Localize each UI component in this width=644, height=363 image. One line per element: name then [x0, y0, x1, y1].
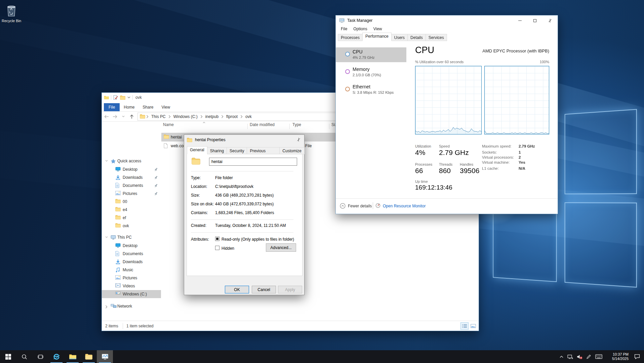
sidebar-item-ovk[interactable]: ovk [102, 222, 161, 230]
sidebar-item-desktop[interactable]: Desktop [102, 165, 161, 173]
videos-icon [115, 283, 121, 287]
tab-file[interactable]: File [104, 103, 120, 111]
tab-details[interactable]: Details [407, 34, 426, 41]
advanced-button[interactable]: Advanced... [266, 243, 296, 252]
sidebar-item-pc-documents[interactable]: Documents [102, 250, 161, 258]
column-header-name[interactable]: Name [163, 122, 174, 127]
drive-icon [115, 291, 121, 295]
task-manager-app-icon [339, 18, 345, 23]
tab-performance[interactable]: Performance [362, 33, 392, 41]
properties-qat-icon[interactable] [113, 95, 118, 100]
column-header-date-modified[interactable]: Date modified [250, 122, 275, 127]
expand-chevron-icon[interactable] [105, 160, 108, 162]
menu-options[interactable]: Options [350, 26, 370, 33]
details-view-button[interactable] [460, 322, 469, 330]
start-button[interactable] [0, 350, 16, 363]
task-view-icon [37, 354, 44, 359]
cpu-graph-core0[interactable] [415, 66, 482, 134]
minimize-button[interactable] [512, 15, 527, 26]
show-hidden-icons-button[interactable] [557, 350, 565, 363]
cancel-button[interactable]: Cancel [252, 286, 276, 293]
pen-tray-button[interactable] [584, 350, 593, 363]
tab-view[interactable]: View [157, 103, 174, 111]
ok-button[interactable]: OK [225, 286, 249, 293]
properties-dialog: hentai Properties General Sharing Securi… [184, 134, 305, 295]
search-button[interactable] [16, 350, 32, 363]
tab-general[interactable]: General [187, 146, 207, 154]
readonly-checkbox[interactable] [215, 237, 219, 241]
breadcrumb-item-ovk[interactable]: ovk [244, 113, 253, 120]
tab-share[interactable]: Share [138, 103, 157, 111]
close-button[interactable] [542, 15, 558, 26]
breadcrumb-item-inetpub[interactable]: inetpub [204, 113, 220, 120]
sidebar-item-memory[interactable]: Memory 2.1/3.0 GB (70%) [336, 65, 406, 80]
windows-logo-icon [5, 354, 11, 360]
maximize-button[interactable] [527, 15, 542, 26]
menu-view[interactable]: View [370, 26, 385, 33]
sidebar-item-e4[interactable]: e4 [102, 206, 161, 214]
folder-name-input[interactable] [209, 158, 297, 166]
open-resource-monitor-link[interactable]: Open Resource Monitor [383, 204, 426, 208]
up-button[interactable] [128, 113, 135, 120]
sidebar-item-pc-music[interactable]: Music [102, 266, 161, 274]
sidebar-item-pc-downloads[interactable]: Downloads [102, 258, 161, 266]
new-folder-qat-icon[interactable] [120, 95, 125, 100]
fewer-details-button[interactable]: Fewer details [348, 204, 372, 208]
expand-chevron-icon[interactable] [105, 236, 108, 238]
sidebar-item-cpu[interactable]: CPU 4% 2.79 GHz [336, 47, 406, 62]
tab-home[interactable]: Home [120, 103, 138, 111]
breadcrumb-item-windows-c[interactable]: Windows (C:) [172, 113, 199, 120]
sidebar-item-downloads[interactable]: Downloads [102, 173, 161, 182]
tab-customize[interactable]: Customize [279, 147, 305, 154]
sidebar-item-ef[interactable]: ef [102, 214, 161, 222]
recycle-bin-desktop-icon[interactable]: Recycle Bin [1, 3, 22, 23]
task-manager-footer: Fewer details Open Resource Monitor [336, 199, 558, 214]
sidebar-item-documents[interactable]: Documents [102, 182, 161, 190]
touch-keyboard-button[interactable] [593, 350, 604, 363]
clock-date: 5/14/2025 [612, 357, 629, 361]
apply-button[interactable]: Apply [278, 286, 302, 293]
recent-locations-button[interactable] [120, 113, 127, 120]
sidebar-group-quick-access[interactable]: Quick access [102, 157, 161, 165]
sidebar-item-pc-pictures[interactable]: Pictures [102, 274, 161, 282]
file-explorer-button[interactable] [65, 350, 81, 363]
internet-explorer-button[interactable] [48, 350, 65, 363]
menu-file[interactable]: File [338, 26, 350, 33]
tab-users[interactable]: Users [391, 34, 408, 41]
task-manager-button[interactable] [97, 350, 113, 363]
column-header-type[interactable]: Type [292, 122, 301, 127]
tab-sharing[interactable]: Sharing [207, 147, 227, 154]
file-icon [164, 143, 168, 148]
hidden-checkbox[interactable] [215, 246, 219, 250]
task-view-button[interactable] [32, 350, 48, 363]
sidebar-item-pc-videos[interactable]: Videos [102, 282, 161, 290]
sidebar-item-windows-c[interactable]: Windows (C:) [102, 290, 161, 298]
sidebar-group-network[interactable]: Network [102, 302, 161, 311]
sidebar-item-pc-desktop[interactable]: Desktop [102, 242, 161, 250]
sidebar-item-00[interactable]: 00 [102, 198, 161, 206]
taskbar-clock[interactable]: 10:37 PM 5/14/2025 [607, 352, 629, 361]
collapse-chevron-icon[interactable] [105, 305, 108, 309]
cpu-graph-icon [345, 52, 350, 56]
thumbnails-view-button[interactable] [469, 322, 477, 330]
volume-tray-button[interactable] [575, 350, 584, 363]
breadcrumb-item-this-pc[interactable]: This PC [150, 113, 167, 120]
cpu-graph-core1[interactable] [484, 66, 549, 134]
dialog-close-button[interactable] [293, 135, 304, 144]
uptime-value: 169:12:13:46 [415, 184, 452, 191]
forward-button[interactable] [111, 113, 119, 120]
action-center-button[interactable] [631, 350, 643, 363]
folder-window-button[interactable] [81, 350, 97, 363]
sidebar-item-ethernet[interactable]: Ethernet S: 3.8 Mbps R: 152 Kbps [336, 82, 406, 97]
sidebar-item-pictures[interactable]: Pictures [102, 190, 161, 198]
sidebar-group-this-pc[interactable]: This PC [102, 234, 161, 242]
qat-dropdown-icon[interactable] [127, 96, 130, 98]
network-tray-button[interactable] [565, 350, 575, 363]
tab-previous-versions[interactable]: Previous Versions [247, 147, 280, 154]
dialog-titlebar[interactable]: hentai Properties [184, 135, 304, 145]
back-button[interactable] [103, 113, 110, 120]
breadcrumb-item-ftproot[interactable]: ftproot [225, 113, 239, 120]
tab-processes[interactable]: Processes [338, 34, 363, 41]
tab-security[interactable]: Security [227, 147, 247, 154]
tab-services[interactable]: Services [426, 34, 447, 41]
